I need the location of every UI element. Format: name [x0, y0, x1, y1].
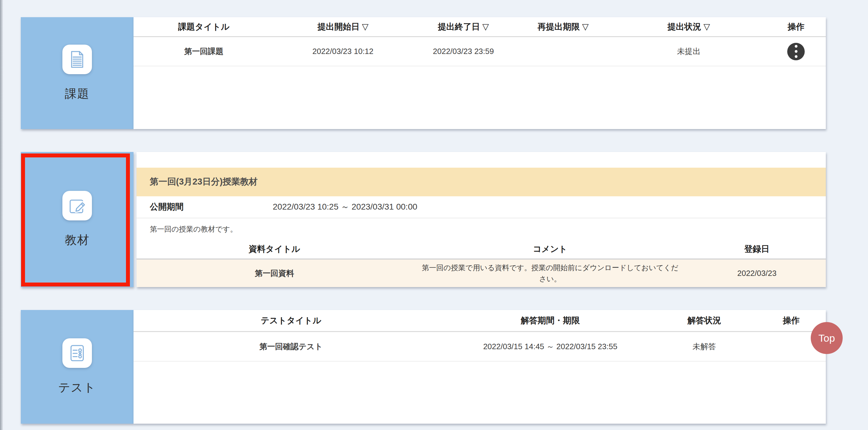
- sidebar-tile-label: テスト: [58, 379, 96, 396]
- sidebar-tile-assignments[interactable]: 課題: [21, 17, 133, 129]
- test-title: 第一回確認テスト: [133, 341, 448, 352]
- tests-table-header: テストタイトル 解答期間・期限 解答状況 操作: [133, 310, 826, 332]
- column-header-resubmit-deadline-sort[interactable]: 再提出期限 ▽: [515, 21, 611, 33]
- document-icon: [62, 45, 92, 74]
- assignments-table-header: 課題タイトル 提出開始日 ▽ 提出終了日 ▽ 再提出期限 ▽ 提出状況 ▽ 操作: [133, 17, 826, 37]
- material-registered-date: 2022/03/23: [688, 269, 826, 278]
- sidebar-tile-label: 課題: [65, 86, 90, 102]
- column-header-submit-end-sort[interactable]: 提出終了日 ▽: [412, 21, 515, 33]
- column-header-submit-start-sort[interactable]: 提出開始日 ▽: [274, 21, 412, 33]
- materials-section: 教材 第一回(3月23日分)授業教材 公開期間 2022/03/23 10:25…: [21, 152, 826, 287]
- material-row: 第一回資料 第一回の授業で用いる資料です。授業の開始前にダウンロードしておいてく…: [136, 260, 826, 287]
- materials-table-header: 資料タイトル コメント 登録日: [136, 240, 826, 259]
- period-label: 公開期間: [136, 201, 273, 212]
- assignment-end: 2022/03/23 23:59: [412, 47, 515, 56]
- tests-table: テストタイトル 解答期間・期限 解答状況 操作 第一回確認テスト 2022/03…: [133, 310, 826, 424]
- column-header-material-title: 資料タイトル: [136, 243, 412, 255]
- sidebar-tile-materials[interactable]: 教材: [21, 152, 133, 287]
- tests-section: テスト テストタイトル 解答期間・期限 解答状況 操作 第一回確認テスト 202…: [21, 310, 826, 424]
- checklist-icon: [62, 338, 92, 368]
- edit-icon: [62, 191, 92, 221]
- assignment-start: 2022/03/23 10:12: [274, 47, 412, 56]
- page-edge-shade: [0, 0, 3, 430]
- materials-panel: 第一回(3月23日分)授業教材 公開期間 2022/03/23 10:25 ～ …: [136, 152, 826, 287]
- kebab-dot: [795, 45, 798, 48]
- materials-period-row: 公開期間 2022/03/23 10:25 ～ 2023/03/31 00:00: [136, 196, 826, 218]
- column-header-registered-date: 登録日: [688, 243, 826, 255]
- column-header-comment: コメント: [412, 243, 688, 255]
- column-header-actions: 操作: [766, 21, 826, 33]
- assignments-table: 課題タイトル 提出開始日 ▽ 提出終了日 ▽ 再提出期限 ▽ 提出状況 ▽ 操作…: [133, 17, 826, 129]
- kebab-dot: [795, 55, 798, 58]
- materials-group-title: 第一回(3月23日分)授業教材: [136, 168, 826, 196]
- row-actions-kebab-button[interactable]: [787, 43, 805, 60]
- sidebar-tile-tests[interactable]: テスト: [21, 310, 133, 424]
- material-title: 第一回資料: [136, 268, 412, 279]
- assignments-section: 課題 課題タイトル 提出開始日 ▽ 提出終了日 ▽ 再提出期限 ▽ 提出状況 ▽…: [21, 17, 826, 129]
- materials-description: 第一回の授業の教材です。: [136, 218, 826, 240]
- test-row: 第一回確認テスト 2022/03/15 14:45 ～ 2022/03/15 2…: [133, 332, 826, 362]
- test-period: 2022/03/15 14:45 ～ 2022/03/15 23:55: [448, 341, 652, 352]
- materials-top-spacer: [136, 152, 826, 168]
- column-header-assignment-title: 課題タイトル: [133, 21, 274, 33]
- scroll-to-top-button[interactable]: Top: [811, 322, 843, 354]
- kebab-dot: [795, 50, 798, 53]
- column-header-test-title: テストタイトル: [133, 315, 448, 326]
- column-header-submit-status-sort[interactable]: 提出状況 ▽: [611, 21, 767, 33]
- column-header-answer-status: 解答状況: [652, 315, 756, 326]
- material-comment: 第一回の授業で用いる資料です。授業の開始前にダウンロードしておいてください。: [412, 262, 688, 284]
- sidebar-tile-label: 教材: [65, 232, 90, 248]
- period-value: 2022/03/23 10:25 ～ 2023/03/31 00:00: [273, 201, 417, 212]
- column-header-answer-period: 解答期間・期限: [448, 315, 652, 326]
- column-header-actions: 操作: [756, 315, 826, 326]
- materials-gap: [133, 152, 136, 287]
- test-status: 未解答: [652, 341, 756, 352]
- assignment-title: 第一回課題: [133, 46, 274, 57]
- assignment-row: 第一回課題 2022/03/23 10:12 2022/03/23 23:59 …: [133, 37, 826, 66]
- assignment-status: 未提出: [611, 46, 767, 57]
